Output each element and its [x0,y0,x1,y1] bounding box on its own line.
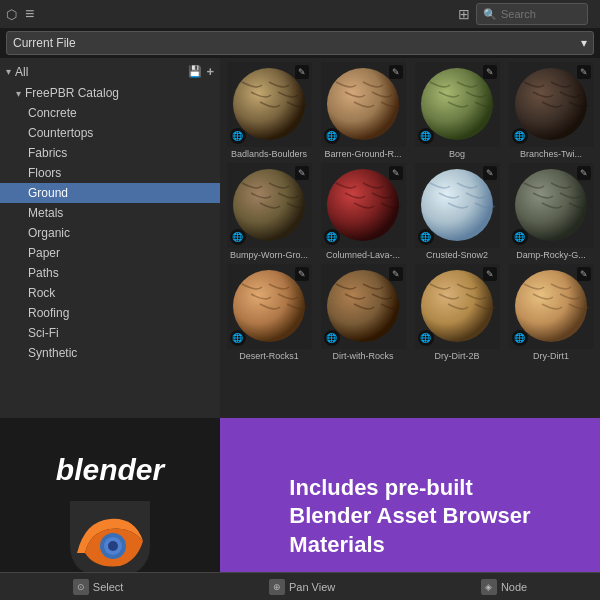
edit-icon[interactable]: ✎ [389,166,403,180]
asset-cell[interactable]: ✎🌐Bumpy-Worn-Gro... [224,163,314,260]
node-icon: ◈ [481,579,497,595]
world-icon: 🌐 [418,128,434,144]
world-icon: 🌐 [324,229,340,245]
pan-icon: ⊕ [269,579,285,595]
world-icon: 🌐 [512,128,528,144]
main-layout: ▾ All 💾 + ▾ FreePBR Catalog Concrete Cou… [0,58,600,418]
world-icon: 🌐 [324,128,340,144]
status-node[interactable]: ◈ Node [481,579,527,595]
world-icon: 🌐 [230,330,246,346]
edit-icon[interactable]: ✎ [295,166,309,180]
sidebar: ▾ All 💾 + ▾ FreePBR Catalog Concrete Cou… [0,58,220,418]
asset-cell[interactable]: ✎🌐Dry-Dirt1 [506,264,596,361]
sidebar-item-floors[interactable]: Floors [0,163,220,183]
sidebar-item-concrete[interactable]: Concrete [0,103,220,123]
all-label: All [15,65,184,79]
asset-label: Branches-Twi... [509,149,594,159]
world-icon: 🌐 [418,229,434,245]
edit-icon[interactable]: ✎ [483,267,497,281]
world-icon: 🌐 [324,330,340,346]
sidebar-toolbar: ▾ All 💾 + [0,62,220,81]
asset-cell[interactable]: ✎🌐Damp-Rocky-G... [506,163,596,260]
collapse-arrow-icon: ▾ [6,66,11,77]
asset-label: Badlands-Boulders [227,149,312,159]
sidebar-item-label: Ground [28,186,68,200]
promo-text: Includes pre-built Blender Asset Browser… [289,474,530,560]
edit-icon[interactable]: ✎ [577,267,591,281]
sidebar-item-countertops[interactable]: Countertops [0,123,220,143]
sidebar-item-label: Sci-Fi [28,326,59,340]
sidebar-item-label: Metals [28,206,63,220]
sidebar-item-synthetic[interactable]: Synthetic [0,343,220,363]
top-right-controls: ⊞ 🔍 [458,3,594,25]
asset-label: Bumpy-Worn-Gro... [227,250,312,260]
world-icon: 🌐 [512,229,528,245]
asset-label: Crusted-Snow2 [415,250,500,260]
asset-label: Dry-Dirt-2B [415,351,500,361]
sidebar-item-label: Synthetic [28,346,77,360]
app-icon: ⬡ [6,7,17,22]
grid-view-icon[interactable]: ⊞ [458,6,470,22]
asset-cell[interactable]: ✎🌐Branches-Twi... [506,62,596,159]
promo-line3: Materials [289,531,530,560]
asset-cell[interactable]: ✎🌐Badlands-Boulders [224,62,314,159]
edit-icon[interactable]: ✎ [295,267,309,281]
catalog-item[interactable]: ▾ FreePBR Catalog [0,83,220,103]
select-icon: ⊙ [73,579,89,595]
promo-line2: Blender Asset Browser [289,502,530,531]
asset-label: Barren-Ground-R... [321,149,406,159]
edit-icon[interactable]: ✎ [483,65,497,79]
sidebar-item-scifi[interactable]: Sci-Fi [0,323,220,343]
sidebar-item-fabrics[interactable]: Fabrics [0,143,220,163]
world-icon: 🌐 [230,128,246,144]
asset-label: Damp-Rocky-G... [509,250,594,260]
sidebar-item-organic[interactable]: Organic [0,223,220,243]
select-label: Select [93,581,124,593]
sidebar-item-paper[interactable]: Paper [0,243,220,263]
asset-cell[interactable]: ✎🌐Bog [412,62,502,159]
menu-icon[interactable]: ≡ [25,5,34,23]
promo-line1: Includes pre-built [289,474,530,503]
sidebar-item-label: Paths [28,266,59,280]
search-bar[interactable]: 🔍 [476,3,588,25]
file-selector-label: Current File [13,36,76,50]
pan-label: Pan View [289,581,335,593]
save-icon[interactable]: 💾 [188,65,202,78]
asset-label: Dirt-with-Rocks [321,351,406,361]
chevron-down-icon: ▾ [581,36,587,50]
asset-cell[interactable]: ✎🌐Dirt-with-Rocks [318,264,408,361]
asset-cell[interactable]: ✎🌐Crusted-Snow2 [412,163,502,260]
sidebar-item-label: Paper [28,246,60,260]
sidebar-item-label: Roofing [28,306,69,320]
asset-cell[interactable]: ✎🌐Desert-Rocks1 [224,264,314,361]
svg-point-26 [108,541,118,551]
world-icon: 🌐 [230,229,246,245]
status-select[interactable]: ⊙ Select [73,579,124,595]
edit-icon[interactable]: ✎ [389,267,403,281]
asset-label: Bog [415,149,500,159]
status-pan[interactable]: ⊕ Pan View [269,579,335,595]
blender-logo: blender [55,453,165,581]
search-icon: 🔍 [483,8,497,21]
edit-icon[interactable]: ✎ [483,166,497,180]
world-icon: 🌐 [418,330,434,346]
catalog-label: FreePBR Catalog [25,86,119,100]
asset-cell[interactable]: ✎🌐Barren-Ground-R... [318,62,408,159]
edit-icon[interactable]: ✎ [577,65,591,79]
edit-icon[interactable]: ✎ [295,65,309,79]
status-bar: ⊙ Select ⊕ Pan View ◈ Node [0,572,600,600]
edit-icon[interactable]: ✎ [577,166,591,180]
sidebar-item-ground[interactable]: Ground [0,183,220,203]
sidebar-item-roofing[interactable]: Roofing [0,303,220,323]
sidebar-item-paths[interactable]: Paths [0,263,220,283]
add-icon[interactable]: + [206,64,214,79]
sidebar-item-metals[interactable]: Metals [0,203,220,223]
edit-icon[interactable]: ✎ [389,65,403,79]
search-input[interactable] [501,8,581,20]
sidebar-item-rock[interactable]: Rock [0,283,220,303]
asset-cell[interactable]: ✎🌐Columned-Lava-... [318,163,408,260]
asset-cell[interactable]: ✎🌐Dry-Dirt-2B [412,264,502,361]
file-selector[interactable]: Current File ▾ [6,31,594,55]
asset-label: Desert-Rocks1 [227,351,312,361]
top-bar: ⬡ ≡ ⊞ 🔍 [0,0,600,28]
